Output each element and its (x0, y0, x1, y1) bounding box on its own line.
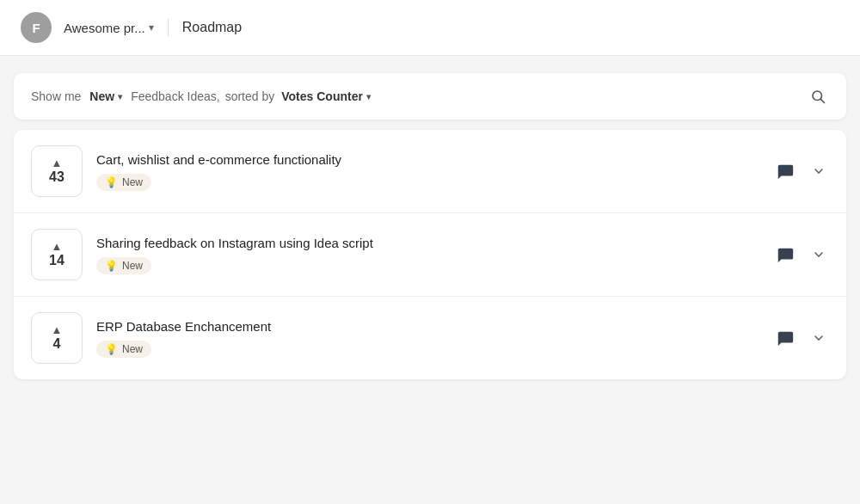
vote-count-2: 14 (49, 252, 64, 268)
idea-title-3: ERP Database Enchancement (96, 319, 759, 334)
idea-badge-1: 💡 New (96, 174, 151, 191)
filter-status-value: New (89, 89, 114, 103)
idea-title-2: Sharing feedback on Instagram using Idea… (96, 236, 759, 250)
expand-button-3[interactable] (808, 328, 829, 348)
chevron-down-icon-3 (812, 331, 826, 345)
chevron-down-icon-1 (812, 164, 826, 178)
filter-status-chevron-icon: ▾ (118, 92, 122, 101)
workspace-selector[interactable]: Awesome pr... ▾ (64, 21, 154, 35)
card-content-1: Cart, wishlist and e-commerce functional… (96, 152, 759, 191)
main-content: Show me New ▾ Feedback Ideas, sorted by … (0, 56, 860, 396)
comment-button-1[interactable] (772, 158, 798, 184)
comment-icon-1 (776, 162, 795, 181)
idea-badge-3: 💡 New (96, 341, 151, 358)
expand-button-1[interactable] (808, 161, 829, 181)
idea-title-1: Cart, wishlist and e-commerce functional… (96, 152, 759, 167)
vote-arrow-icon-2: ▲ (52, 241, 63, 252)
chevron-down-icon-2 (812, 248, 826, 261)
card-content-2: Sharing feedback on Instagram using Idea… (96, 236, 759, 274)
card-content-3: ERP Database Enchancement 💡 New (96, 319, 759, 358)
vote-arrow-icon-3: ▲ (52, 324, 63, 335)
header-divider (168, 19, 169, 36)
vote-box-1[interactable]: ▲ 43 (31, 145, 83, 197)
comment-icon-3 (776, 329, 795, 347)
badge-label-1: New (122, 176, 143, 188)
badge-label-2: New (122, 260, 143, 272)
ideas-text: Feedback Ideas, (131, 89, 220, 103)
header: F Awesome pr... ▾ Roadmap (0, 0, 860, 56)
comment-button-3[interactable] (772, 325, 798, 351)
sort-votes-button[interactable]: Votes Counter ▾ (278, 88, 374, 105)
ideas-list: ▲ 43 Cart, wishlist and e-commerce funct… (14, 130, 846, 379)
badge-label-3: New (122, 343, 143, 355)
vote-count-1: 43 (49, 169, 64, 185)
card-actions-2 (772, 242, 829, 267)
idea-card-1: ▲ 43 Cart, wishlist and e-commerce funct… (14, 130, 846, 213)
sorted-by-label: sorted by (225, 89, 275, 103)
idea-card-2: ▲ 14 Sharing feedback on Instagram using… (14, 213, 846, 297)
vote-box-2[interactable]: ▲ 14 (31, 229, 83, 280)
vote-arrow-icon-1: ▲ (52, 157, 63, 169)
show-me-label: Show me (31, 89, 81, 103)
sort-votes-value: Votes Counter (281, 89, 363, 103)
filter-status-button[interactable]: New ▾ (86, 88, 126, 105)
vote-box-3[interactable]: ▲ 4 (31, 312, 83, 364)
svg-line-1 (820, 99, 824, 102)
comment-icon-2 (776, 245, 795, 264)
idea-badge-2: 💡 New (96, 257, 151, 274)
avatar[interactable]: F (21, 12, 52, 43)
idea-card-3: ▲ 4 ERP Database Enchancement 💡 New (14, 297, 846, 379)
bulb-icon-3: 💡 (105, 343, 118, 355)
filter-bar: Show me New ▾ Feedback Ideas, sorted by … (14, 73, 846, 120)
workspace-chevron-icon: ▾ (149, 22, 154, 34)
bulb-icon-1: 💡 (105, 176, 118, 188)
card-actions-1 (772, 158, 829, 184)
workspace-name-label: Awesome pr... (64, 21, 145, 35)
comment-button-2[interactable] (772, 242, 798, 267)
expand-button-2[interactable] (808, 244, 829, 265)
page-title: Roadmap (182, 20, 242, 35)
vote-count-3: 4 (53, 335, 61, 352)
sort-votes-chevron-icon: ▾ (366, 92, 371, 101)
bulb-icon-2: 💡 (105, 260, 118, 272)
search-button[interactable] (807, 85, 829, 108)
card-actions-3 (772, 325, 829, 351)
search-icon (810, 89, 826, 104)
